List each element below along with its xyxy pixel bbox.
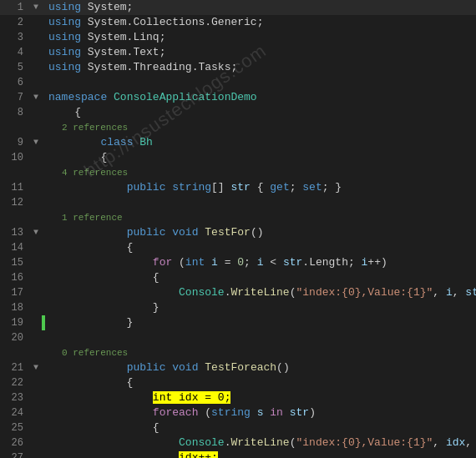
- line-number: 20: [0, 330, 30, 345]
- token-ident: i: [211, 256, 218, 269]
- token-kw2: in: [270, 406, 283, 419]
- line-number: 17: [0, 285, 30, 300]
- line-text: {: [45, 375, 476, 390]
- code-line: 17 Console.WriteLine("index:{0},Value:{1…: [0, 285, 476, 300]
- code-line: 27 idx++;: [0, 450, 476, 458]
- code-line: 25 {: [0, 420, 476, 435]
- line-number: 11: [0, 180, 30, 195]
- code-line: 2using System.Collections.Generic;: [0, 15, 476, 30]
- collapse-icon[interactable]: ▼: [33, 360, 38, 375]
- token-plain: {: [48, 151, 107, 164]
- token-plain: .Length;: [302, 256, 361, 269]
- line-number: 22: [0, 375, 30, 390]
- token-ns: ConsoleApplicationDemo: [114, 91, 257, 103]
- collapse-icon[interactable]: ▼: [33, 225, 38, 240]
- highlighted-code: idx++;: [179, 451, 218, 458]
- token-plain: {: [251, 181, 270, 194]
- code-line: 11 public string[] str { get; set; }: [0, 180, 476, 195]
- token-ident: str: [283, 256, 302, 269]
- code-line: 20: [0, 330, 476, 345]
- token-plain: (): [276, 361, 290, 374]
- line-number: 15: [0, 255, 30, 270]
- code-lines: 1▼using System;2using System.Collections…: [0, 0, 476, 458]
- token-plain: [48, 226, 127, 239]
- line-text: }: [45, 300, 476, 315]
- line-number: [0, 165, 30, 180]
- line-number: 7: [0, 90, 30, 105]
- line-number: [0, 345, 30, 360]
- line-number: 3: [0, 30, 30, 45]
- line-text: {: [45, 240, 476, 255]
- code-line: 8 {: [0, 105, 476, 120]
- line-text: namespace ConsoleApplicationDemo: [45, 90, 476, 105]
- line-text: using System;: [45, 0, 476, 15]
- token-kw: string: [211, 406, 251, 419]
- token-plain: (: [198, 406, 211, 419]
- line-number: 23: [0, 390, 30, 405]
- code-line: 19 }: [0, 315, 476, 330]
- token-kw: namespace: [48, 91, 107, 103]
- code-line: 4using System.Text;: [0, 45, 476, 60]
- line-text: {: [45, 270, 476, 285]
- line-number: 21: [0, 360, 30, 375]
- line-number: 1: [0, 0, 30, 15]
- token-plain: [48, 181, 127, 194]
- code-line: 22 {: [0, 375, 476, 390]
- code-line: 3using System.Linq;: [0, 30, 476, 45]
- token-method: WriteLine: [230, 436, 289, 449]
- line-number: 12: [0, 195, 30, 210]
- token-plain: System.Text;: [81, 46, 165, 58]
- line-number: 26: [0, 435, 30, 450]
- token-plain: {: [48, 271, 160, 284]
- token-plain: ;: [244, 256, 257, 269]
- token-plain: System.Linq;: [81, 31, 165, 43]
- token-kw: set: [302, 181, 322, 194]
- line-text: class Bh: [45, 135, 476, 150]
- reference-label[interactable]: 0 references: [45, 345, 476, 360]
- token-kw: void: [172, 226, 198, 239]
- code-line: 1▼using System;: [0, 0, 476, 15]
- token-kw: public: [127, 181, 166, 194]
- token-plain: (: [172, 256, 185, 269]
- line-text: public string[] str { get; set; }: [45, 180, 476, 195]
- token-plain: (): [251, 226, 264, 239]
- line-number: 18: [0, 300, 30, 315]
- code-line: 14 {: [0, 240, 476, 255]
- reference-label[interactable]: 1 reference: [45, 210, 476, 225]
- line-text: [45, 195, 476, 210]
- code-line: 10 {: [0, 150, 476, 165]
- code-line: 6: [0, 75, 476, 90]
- token-method: TestForeach: [205, 361, 276, 374]
- line-text: using System.Threading.Tasks;: [45, 60, 476, 75]
- code-line: 18 }: [0, 300, 476, 315]
- token-kw: void: [172, 361, 198, 374]
- token-plain: [283, 406, 290, 419]
- code-line: 12: [0, 195, 476, 210]
- line-text: foreach (string s in str): [45, 405, 476, 420]
- line-text: public void TestFor(): [45, 225, 476, 240]
- token-kw: public: [127, 361, 166, 374]
- token-method: TestFor: [205, 226, 251, 239]
- reference-label[interactable]: 2 references: [45, 120, 476, 135]
- token-plain: [48, 136, 100, 148]
- line-number: 19: [0, 315, 30, 330]
- line-text: using System.Text;: [45, 45, 476, 60]
- collapse-icon[interactable]: ▼: [33, 135, 38, 150]
- code-line: 15 for (int i = 0; i < str.Length; i++): [0, 255, 476, 270]
- collapse-icon[interactable]: ▼: [33, 90, 38, 105]
- collapse-icon[interactable]: ▼: [33, 0, 38, 15]
- line-text: int idx = 0;: [45, 390, 476, 405]
- line-number: 9: [0, 135, 30, 150]
- token-plain: {: [48, 421, 160, 434]
- line-number: 8: [0, 105, 30, 120]
- line-text: {: [45, 105, 476, 120]
- line-number: 25: [0, 420, 30, 435]
- reference-label[interactable]: 4 references: [45, 165, 476, 180]
- ref-comment-line: 0 references: [0, 345, 476, 360]
- token-kw2: foreach: [153, 406, 199, 419]
- token-kw: string: [172, 181, 211, 194]
- token-ident: i: [446, 286, 453, 299]
- line-number: [0, 120, 30, 135]
- code-line: 16 {: [0, 270, 476, 285]
- token-kw: using: [48, 61, 81, 73]
